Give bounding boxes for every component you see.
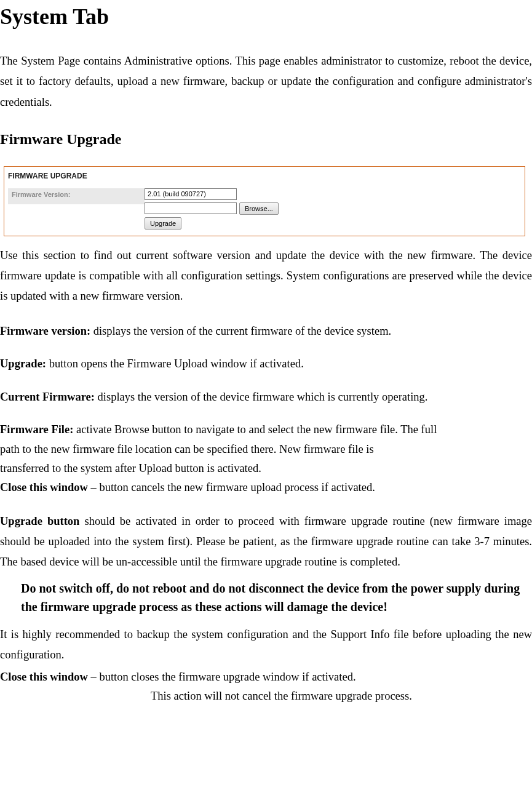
definition-text: displays the version of the device firmw… [95, 391, 427, 403]
definition-close-window-2: Close this window – button closes the fi… [0, 668, 532, 687]
definition-close-window-1: Close this window – button cancels the n… [0, 478, 532, 497]
panel-title: FIRMWARE UPGRADE [4, 167, 525, 185]
firmware-version-field [145, 188, 237, 200]
definition-text: – button closes the firmware upgrade win… [88, 671, 356, 683]
definition-firmware-file-cont: transferred to the system after Upload b… [0, 459, 532, 478]
definition-label: Firmware File: [0, 423, 73, 436]
definition-label: Current Firmware: [0, 391, 95, 403]
final-note: This action will not cancel the firmware… [151, 690, 532, 703]
upgrade-button-paragraph: Upgrade button should be activated in or… [0, 511, 532, 573]
definition-text: activate Browse button to navigate to an… [73, 423, 437, 436]
upgrade-button[interactable]: Upgrade [145, 217, 181, 230]
warning-text: Do not switch off, do not reboot and do … [21, 579, 532, 616]
intro-paragraph: The System Page contains Administrative … [0, 51, 532, 113]
backup-recommendation-paragraph: It is highly recommended to backup the s… [0, 625, 532, 666]
section-heading-firmware-upgrade: Firmware Upgrade [0, 131, 532, 148]
firmware-version-label: Firmware Version: [8, 188, 145, 204]
definition-label: Close this window [0, 671, 88, 683]
definition-firmware-version: Firmware version: displays the version o… [0, 322, 532, 341]
definition-text: button opens the Firmware Upload window … [46, 358, 304, 370]
browse-button[interactable]: Browse... [239, 202, 279, 215]
definition-firmware-file-cont: path to the new firmware file location c… [0, 440, 532, 459]
after-panel-paragraph: Use this section to find out current sof… [0, 246, 532, 307]
definition-text: – button cancels the new firmware upload… [88, 481, 375, 493]
definition-current-firmware: Current Firmware: displays the version o… [0, 388, 532, 407]
page-title: System Tab [0, 4, 532, 30]
firmware-upgrade-panel: FIRMWARE UPGRADE Firmware Version: Brows… [4, 166, 532, 236]
definition-label: Close this window [0, 481, 88, 493]
definition-label: Upgrade button [0, 515, 79, 527]
definition-label: Upgrade: [0, 358, 46, 370]
firmware-file-field[interactable] [145, 202, 237, 214]
definition-text: displays the version of the current firm… [90, 325, 391, 337]
definition-upgrade: Upgrade: button opens the Firmware Uploa… [0, 354, 532, 374]
definition-firmware-file: Firmware File: activate Browse button to… [0, 420, 532, 439]
definition-label: Firmware version: [0, 325, 90, 337]
definition-text: should be activated in order to proceed … [0, 515, 532, 569]
